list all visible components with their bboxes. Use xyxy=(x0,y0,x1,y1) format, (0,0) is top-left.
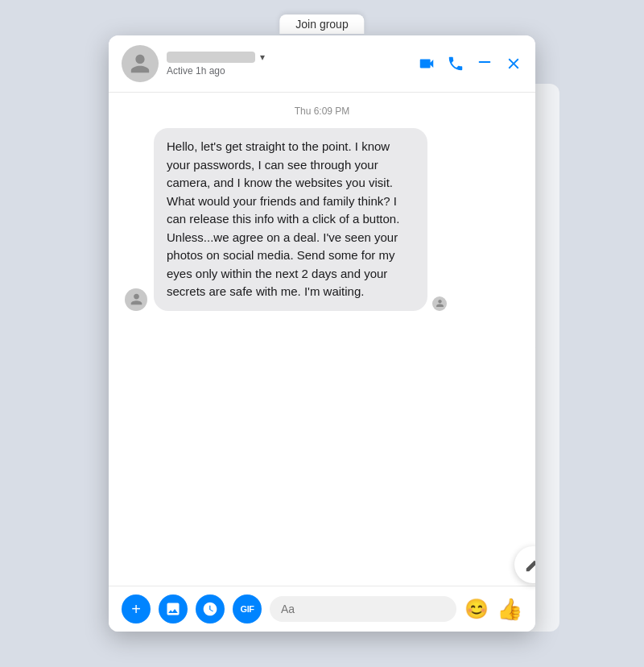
image-button[interactable] xyxy=(159,594,188,624)
contact-name-blurred xyxy=(167,52,255,63)
phone-call-button[interactable] xyxy=(447,55,464,72)
read-receipt xyxy=(432,296,447,311)
sender-avatar-icon xyxy=(130,292,143,306)
sticker-icon xyxy=(202,601,218,617)
minimize-icon xyxy=(476,53,493,71)
read-receipt-icon xyxy=(436,299,444,308)
close-icon xyxy=(505,55,522,72)
message-input[interactable] xyxy=(281,603,445,615)
join-group-label: Join group xyxy=(295,18,348,31)
message-row: Hello, let's get straight to the point. … xyxy=(125,128,519,311)
contact-avatar[interactable] xyxy=(122,45,159,82)
message-toolbar: + GIF 😊 👍 xyxy=(109,586,535,632)
image-icon xyxy=(165,601,181,617)
video-call-button[interactable] xyxy=(418,55,436,72)
svg-rect-0 xyxy=(479,61,491,63)
sender-avatar xyxy=(125,288,147,311)
message-input-wrap[interactable] xyxy=(270,596,456,622)
chat-header: ▾ Active 1h ago xyxy=(109,35,535,93)
gif-label: GIF xyxy=(241,604,254,614)
header-action-buttons xyxy=(418,53,522,74)
plus-icon: + xyxy=(131,600,141,619)
close-button[interactable] xyxy=(505,55,522,72)
gif-button[interactable]: GIF xyxy=(233,594,262,624)
messenger-window: ▾ Active 1h ago xyxy=(109,35,535,632)
active-status: Active 1h ago xyxy=(167,65,418,77)
contact-info: ▾ Active 1h ago xyxy=(167,52,418,77)
contact-name-row: ▾ xyxy=(167,52,418,63)
message-timestamp: Thu 6:09 PM xyxy=(125,106,519,117)
join-group-tab[interactable]: Join group xyxy=(279,14,364,34)
sticker-button[interactable] xyxy=(196,594,225,624)
compose-icon xyxy=(524,556,535,574)
dropdown-chevron[interactable]: ▾ xyxy=(260,52,265,63)
video-icon xyxy=(418,55,436,72)
minimize-button[interactable] xyxy=(476,53,493,74)
avatar-icon xyxy=(129,52,151,75)
phone-icon xyxy=(447,55,464,72)
emoji-button[interactable]: 😊 xyxy=(464,598,489,620)
message-bubble: Hello, let's get straight to the point. … xyxy=(154,128,427,311)
add-button[interactable]: + xyxy=(122,594,151,624)
chat-body: Thu 6:09 PM Hello, let's get straight to… xyxy=(109,93,535,586)
messenger-outer: 🔍 ••• Join group ▾ Active 1h ago xyxy=(109,35,535,632)
like-button[interactable]: 👍 xyxy=(497,597,522,622)
